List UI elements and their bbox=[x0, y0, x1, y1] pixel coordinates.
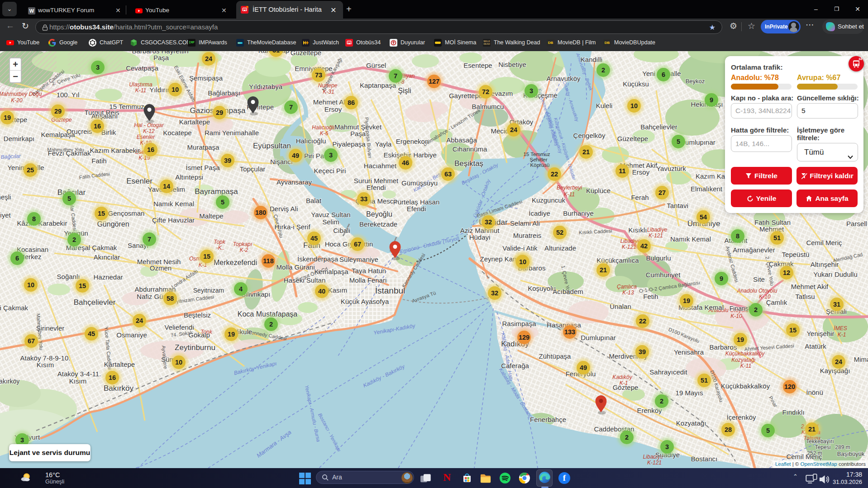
svg-text:29: 29 bbox=[54, 108, 62, 115]
svg-text:15: 15 bbox=[79, 282, 86, 289]
svg-text:10: 10 bbox=[27, 281, 34, 289]
svg-text:Molla Fenari: Molla Fenari bbox=[349, 276, 387, 284]
svg-text:63: 63 bbox=[444, 171, 452, 178]
svg-text:Ferah: Ferah bbox=[631, 194, 649, 201]
svg-text:Bağlarbaşı: Bağlarbaşı bbox=[208, 89, 240, 97]
svg-text:Mima: Mima bbox=[854, 355, 868, 363]
svg-text:11: 11 bbox=[619, 167, 625, 175]
svg-text:zi Çakmak: zi Çakmak bbox=[0, 304, 29, 312]
svg-text:Muratpaşa: Muratpaşa bbox=[187, 143, 220, 151]
svg-text:Kısım: Kısım bbox=[37, 361, 54, 369]
svg-text:9: 9 bbox=[710, 96, 713, 104]
svg-text:Ergenekon: Ergenekon bbox=[396, 137, 429, 145]
svg-text:Libadiye: Libadiye bbox=[647, 227, 668, 233]
svg-text:Kozyatağı: Kozyatağı bbox=[676, 419, 706, 427]
svg-text:Fetih: Fetih bbox=[643, 293, 658, 300]
svg-text:Seyitnizam: Seyitnizam bbox=[193, 287, 224, 294]
svg-text:Zühtüpaşa: Zühtüpaşa bbox=[539, 352, 572, 360]
svg-text:Cemil Meriç: Cemil Meriç bbox=[806, 239, 842, 246]
svg-text:86: 86 bbox=[348, 99, 355, 106]
svg-text:14: 14 bbox=[163, 183, 170, 190]
svg-text:22: 22 bbox=[551, 171, 558, 178]
svg-text:Esenler: Esenler bbox=[137, 134, 156, 140]
svg-text:24: 24 bbox=[205, 55, 212, 62]
svg-text:Acıbadem: Acıbadem bbox=[553, 288, 583, 295]
svg-text:5: 5 bbox=[221, 199, 224, 206]
svg-text:Yayla: Yayla bbox=[375, 140, 392, 148]
svg-text:24: 24 bbox=[835, 358, 842, 365]
svg-text:İnönü: İnönü bbox=[806, 389, 823, 396]
svg-text:8: 8 bbox=[736, 232, 739, 240]
svg-text:Beykoz: Beykoz bbox=[686, 78, 705, 85]
svg-text:19: 19 bbox=[737, 336, 744, 343]
svg-text:Haznedar: Haznedar bbox=[93, 273, 123, 281]
svg-text:127: 127 bbox=[429, 78, 439, 85]
svg-text:45: 45 bbox=[310, 235, 318, 242]
svg-text:9: 9 bbox=[720, 275, 723, 282]
svg-text:Kuleli: Kuleli bbox=[596, 102, 613, 109]
svg-text:2: 2 bbox=[601, 66, 605, 74]
svg-text:Altunizade: Altunizade bbox=[544, 244, 576, 252]
svg-text:Başıbüyük: Başıbüyük bbox=[837, 450, 865, 457]
svg-text:Koşuyolu: Koşuyolu bbox=[528, 284, 556, 292]
svg-text:129: 129 bbox=[519, 334, 529, 341]
svg-text:Taya Hatun: Taya Hatun bbox=[352, 267, 386, 275]
svg-text:Keçeci Piri: Keçeci Piri bbox=[314, 167, 346, 175]
svg-text:Osmaniye: Osmaniye bbox=[116, 331, 147, 339]
svg-text:Akıncılar: Akıncılar bbox=[94, 253, 120, 261]
svg-text:Yenisahra: Yenisahra bbox=[674, 348, 704, 356]
svg-text:15: 15 bbox=[203, 253, 210, 260]
svg-text:Fenerbahçe: Fenerbahçe bbox=[530, 416, 566, 423]
svg-text:Rami Yenimahalle: Rami Yenimahalle bbox=[205, 129, 259, 137]
svg-text:K-121: K-121 bbox=[649, 232, 663, 239]
svg-text:İcadiye: İcadiye bbox=[529, 209, 550, 217]
svg-text:Veliefendi: Veliefendi bbox=[164, 323, 194, 331]
svg-text:Yenişehir: Yenişehir bbox=[806, 330, 834, 337]
svg-text:16: 16 bbox=[147, 146, 154, 153]
svg-text:Nisbetiye: Nisbetiye bbox=[498, 61, 526, 68]
svg-text:6: 6 bbox=[15, 255, 19, 262]
svg-text:Selami Ali: Selami Ali bbox=[510, 219, 540, 227]
svg-text:10: 10 bbox=[630, 102, 638, 109]
svg-text:Harbiye: Harbiye bbox=[413, 151, 437, 159]
svg-text:Paşa: Paşa bbox=[153, 54, 169, 62]
svg-text:67: 67 bbox=[28, 337, 35, 345]
svg-text:K-2: K-2 bbox=[240, 247, 248, 253]
svg-text:Valide-i Atik: Valide-i Atik bbox=[502, 244, 538, 252]
svg-text:Köprüsü: Köprüsü bbox=[530, 162, 550, 168]
svg-text:12: 12 bbox=[783, 269, 790, 276]
svg-text:Küçükbakkalköy: Küçükbakkalköy bbox=[721, 382, 770, 390]
svg-text:Esentepe: Esentepe bbox=[463, 62, 492, 69]
svg-text:Göztepe: Göztepe bbox=[613, 384, 639, 391]
svg-text:K-1: K-1 bbox=[838, 332, 846, 338]
svg-text:73: 73 bbox=[315, 71, 322, 79]
svg-text:3: 3 bbox=[96, 64, 100, 71]
svg-text:Namık Kemal: Namık Kemal bbox=[153, 200, 194, 208]
svg-text:Balat: Balat bbox=[306, 197, 322, 204]
svg-text:rriyet: rriyet bbox=[0, 211, 11, 219]
svg-text:Çamlık: Çamlık bbox=[766, 298, 787, 306]
svg-text:6: 6 bbox=[662, 71, 665, 78]
svg-text:Tantavi: Tantavi bbox=[667, 202, 688, 209]
svg-text:Gençosman: Gençosman bbox=[108, 209, 145, 217]
svg-text:Parsell: Parsell bbox=[846, 220, 867, 227]
svg-text:Hacıahmet: Hacıahmet bbox=[364, 162, 397, 170]
svg-text:Esenler: Esenler bbox=[126, 177, 153, 185]
svg-text:Kadıköy: Kadıköy bbox=[612, 374, 632, 380]
svg-text:Bulgurlu: Bulgurlu bbox=[646, 254, 671, 262]
svg-text:5: 5 bbox=[766, 427, 770, 434]
svg-text:Caferağa: Caferağa bbox=[501, 362, 529, 370]
svg-text:Cumhuriyet: Cumhuriyet bbox=[646, 271, 681, 279]
svg-text:Kısım: Kısım bbox=[69, 377, 86, 385]
svg-text:Piyalepaşa: Piyalepaşa bbox=[332, 140, 366, 148]
svg-text:Kuzguncuk: Kuzguncuk bbox=[532, 196, 566, 204]
svg-text:Kozyatağı: Kozyatağı bbox=[731, 357, 755, 363]
svg-text:Site: Site bbox=[753, 275, 765, 283]
svg-text:Altınşehir: Altınşehir bbox=[811, 261, 839, 268]
svg-text:5: 5 bbox=[67, 195, 71, 202]
svg-text:72: 72 bbox=[482, 88, 489, 95]
svg-text:Şemsipaşa: Şemsipaşa bbox=[189, 74, 223, 82]
svg-text:2: 2 bbox=[660, 398, 663, 405]
svg-text:Ünalan: Ünalan bbox=[610, 303, 631, 310]
svg-text:Kartaltepe: Kartaltepe bbox=[104, 360, 135, 368]
